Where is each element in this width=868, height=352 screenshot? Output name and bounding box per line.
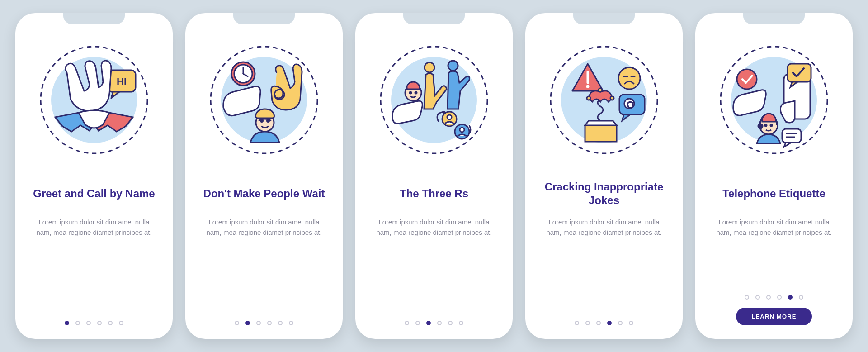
screen-title: The Three Rs [395, 173, 473, 214]
pagination-dot[interactable] [75, 321, 80, 325]
onboarding-screens-row: HI Greet and Call by Name Lorem ipsum do… [0, 0, 868, 352]
screen-footer [28, 321, 160, 325]
svg-point-43 [765, 124, 767, 126]
pagination-dot[interactable] [108, 321, 113, 325]
pagination-dots [235, 321, 293, 325]
dont-wait-icon [205, 41, 323, 159]
svg-point-19 [410, 92, 411, 94]
svg-rect-32 [585, 125, 617, 142]
onboarding-screen: Don't Make People Wait Lorem ipsum dolor… [185, 13, 343, 339]
screen-footer [538, 321, 670, 325]
pagination-dots [405, 321, 463, 325]
learn-more-button[interactable]: LEARN MORE [736, 308, 811, 325]
screen-title: Telephone Etiquette [718, 173, 830, 214]
pagination-dot[interactable] [245, 321, 250, 325]
pagination-dot[interactable] [256, 321, 261, 325]
inappropriate-jokes-icon [545, 41, 663, 159]
svg-point-20 [415, 92, 417, 94]
onboarding-screen: The Three Rs Lorem ipsum dolor sit dim a… [355, 13, 513, 339]
pagination-dot[interactable] [585, 321, 590, 325]
pagination-dot[interactable] [777, 295, 782, 300]
pagination-dots [65, 321, 123, 325]
screen-description: Lorem ipsum dolor sit dim amet nulla nam… [538, 217, 670, 260]
svg-point-42 [758, 124, 763, 128]
svg-point-44 [770, 124, 772, 126]
pagination-dot[interactable] [755, 295, 760, 300]
pagination-dot[interactable] [596, 321, 601, 325]
svg-point-22 [447, 115, 452, 119]
pagination-dot[interactable] [459, 321, 463, 325]
pagination-dot[interactable] [415, 321, 420, 325]
pagination-dot[interactable] [618, 321, 623, 325]
screen-footer [198, 321, 330, 325]
pagination-dot[interactable] [426, 321, 431, 325]
svg-point-35 [599, 88, 602, 92]
screen-title: Cracking Inappropriate Jokes [538, 173, 670, 214]
pagination-dot[interactable] [629, 321, 633, 325]
phone-notch [403, 13, 465, 24]
svg-point-24 [460, 128, 464, 132]
svg-point-33 [587, 96, 590, 100]
svg-point-16 [425, 62, 434, 72]
svg-rect-45 [782, 129, 801, 143]
greet-handshake-icon: HI [35, 41, 153, 159]
svg-point-34 [610, 96, 614, 100]
pagination-dot[interactable] [607, 321, 612, 325]
pagination-dot[interactable] [405, 321, 409, 325]
svg-point-28 [586, 85, 590, 88]
pagination-dot[interactable] [86, 321, 91, 325]
screen-description: Lorem ipsum dolor sit dim amet nulla nam… [708, 217, 840, 260]
screen-title: Greet and Call by Name [28, 173, 159, 214]
pagination-dot[interactable] [65, 321, 69, 325]
pagination-dot[interactable] [267, 321, 272, 325]
pagination-dot[interactable] [235, 321, 239, 325]
onboarding-screen: Telephone Etiquette Lorem ipsum dolor si… [695, 13, 853, 339]
pagination-dots [745, 295, 803, 300]
pagination-dot[interactable] [97, 321, 102, 325]
pagination-dot[interactable] [575, 321, 579, 325]
pagination-dot[interactable] [788, 295, 793, 300]
svg-point-13 [267, 120, 269, 122]
screen-footer [368, 321, 500, 325]
pagination-dot[interactable] [278, 321, 283, 325]
screen-title: Don't Make People Wait [199, 173, 330, 214]
onboarding-screen: HI Greet and Call by Name Lorem ipsum do… [15, 13, 173, 339]
screen-description: Lorem ipsum dolor sit dim amet nulla nam… [368, 217, 500, 260]
svg-point-38 [737, 69, 757, 89]
pagination-dot[interactable] [745, 295, 749, 300]
phone-notch [743, 13, 805, 24]
phone-notch [63, 13, 125, 24]
pagination-dot[interactable] [119, 321, 123, 325]
screen-description: Lorem ipsum dolor sit dim amet nulla nam… [28, 217, 160, 260]
pagination-dot[interactable] [437, 321, 442, 325]
svg-point-17 [448, 61, 458, 71]
svg-point-29 [618, 67, 640, 89]
screen-footer: LEARN MORE [708, 295, 840, 325]
pagination-dots [575, 321, 633, 325]
svg-text:HI: HI [117, 76, 127, 87]
three-rs-icon [375, 41, 493, 159]
screen-description: Lorem ipsum dolor sit dim amet nulla nam… [198, 217, 330, 260]
pagination-dot[interactable] [289, 321, 293, 325]
pagination-dot[interactable] [448, 321, 453, 325]
onboarding-screen: Cracking Inappropriate Jokes Lorem ipsum… [525, 13, 683, 339]
phone-notch [233, 13, 295, 24]
pagination-dot[interactable] [766, 295, 771, 300]
svg-point-12 [261, 120, 263, 122]
telephone-etiquette-icon [715, 41, 833, 159]
phone-notch [573, 13, 635, 24]
pagination-dot[interactable] [799, 295, 803, 300]
